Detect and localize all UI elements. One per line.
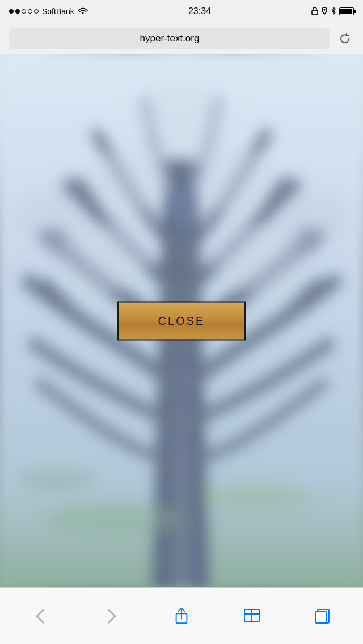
carrier-name: SoftBank xyxy=(42,7,74,16)
status-right xyxy=(311,7,354,16)
reload-button[interactable] xyxy=(336,29,354,48)
wifi-icon xyxy=(78,6,88,16)
svg-point-9 xyxy=(278,190,346,247)
url-display[interactable]: hyper-text.org xyxy=(9,28,330,49)
back-button[interactable] xyxy=(24,599,58,633)
tabs-button[interactable] xyxy=(305,599,339,633)
share-button[interactable] xyxy=(164,599,199,633)
svg-point-0 xyxy=(82,12,83,14)
address-bar: hyper-text.org xyxy=(0,23,363,54)
svg-point-13 xyxy=(45,502,182,536)
signal-dot-1 xyxy=(9,9,14,14)
bottom-toolbar xyxy=(0,587,363,644)
lock-icon xyxy=(311,7,318,16)
svg-rect-22 xyxy=(315,612,327,623)
status-time: 23:34 xyxy=(188,6,211,16)
status-bar: SoftBank 23:34 xyxy=(0,0,363,23)
signal-dot-3 xyxy=(22,9,26,14)
signal-strength xyxy=(9,9,39,14)
bluetooth-icon xyxy=(331,7,336,16)
signal-dot-4 xyxy=(28,9,32,14)
bookmarks-button[interactable] xyxy=(235,599,269,633)
signal-dot-2 xyxy=(15,9,20,14)
signal-dot-5 xyxy=(34,9,39,14)
status-left: SoftBank xyxy=(9,6,88,16)
svg-point-14 xyxy=(199,482,312,511)
close-button-wrapper: CLOSE xyxy=(117,302,246,341)
forward-button[interactable] xyxy=(94,599,128,633)
svg-point-15 xyxy=(17,468,96,491)
close-button[interactable]: CLOSE xyxy=(117,302,246,341)
svg-point-12 xyxy=(130,83,233,162)
battery-icon xyxy=(339,7,354,15)
svg-point-2 xyxy=(324,9,326,10)
main-content: CLOSE xyxy=(0,54,363,587)
svg-point-7 xyxy=(17,190,85,247)
location-icon xyxy=(321,7,328,16)
battery-fill xyxy=(340,9,352,14)
svg-rect-1 xyxy=(312,10,318,15)
